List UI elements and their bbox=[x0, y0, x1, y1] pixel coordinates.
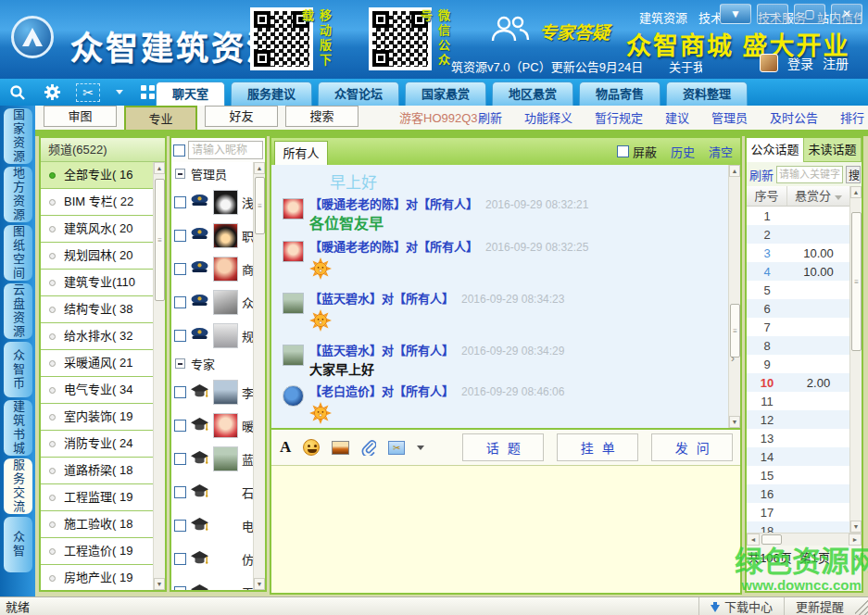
keyword-search-button[interactable]: 搜 bbox=[846, 166, 861, 183]
settings-gear-icon[interactable] bbox=[42, 82, 62, 103]
history-link[interactable]: 历史 bbox=[671, 143, 695, 160]
screen-capture-icon[interactable]: ✂ bbox=[388, 437, 405, 458]
message-author[interactable]: 【蓝天碧水】对【所有人】 bbox=[309, 292, 454, 306]
nav-tab-2[interactable]: 众智论坛 bbox=[318, 82, 399, 106]
channel-item[interactable]: 采暖通风( 21 bbox=[41, 350, 153, 377]
update-notice-link[interactable]: 筑资源v7.0（PC）更新公告9月24日 bbox=[451, 57, 643, 75]
topics-hscrollbar[interactable]: ◄ ► bbox=[747, 533, 862, 546]
user-row[interactable]: 职 bbox=[171, 219, 253, 252]
user-checkbox[interactable] bbox=[174, 420, 186, 432]
user-scrollbar[interactable]: ▲ ≡ ▼ bbox=[253, 162, 265, 590]
emoticon-icon[interactable] bbox=[303, 437, 320, 458]
sub-tab-0[interactable]: 审图 bbox=[44, 106, 117, 127]
column-header-score[interactable]: 悬赏分 bbox=[787, 186, 849, 206]
user-group-header[interactable]: 管理员 bbox=[171, 162, 253, 185]
topic-row[interactable]: 102.00 bbox=[747, 373, 849, 392]
topic-row[interactable]: 9 bbox=[747, 355, 849, 373]
nickname-search-input[interactable] bbox=[188, 141, 263, 159]
user-checkbox[interactable] bbox=[174, 553, 186, 565]
scroll-down-icon[interactable]: ▼ bbox=[254, 578, 265, 590]
apps-grid-icon[interactable] bbox=[137, 82, 157, 103]
close-button[interactable]: ✕ bbox=[831, 4, 862, 24]
topic-row[interactable]: 8 bbox=[747, 336, 849, 355]
sidebar-item-1[interactable]: 地方资源 bbox=[4, 167, 32, 222]
topic-row[interactable]: 11 bbox=[747, 392, 849, 410]
sub-link-1[interactable]: 功能释义 bbox=[524, 108, 572, 126]
capture-dropdown-caret[interactable] bbox=[417, 446, 424, 450]
sub-tab-1[interactable]: 专业 bbox=[124, 106, 197, 130]
topic-row[interactable]: 7 bbox=[747, 318, 849, 336]
channel-scrollbar[interactable]: ▲ ≡ ▼ bbox=[153, 162, 165, 590]
topic-row[interactable]: 17 bbox=[747, 503, 849, 521]
header-link[interactable]: 建筑资源 bbox=[639, 8, 687, 26]
sub-link-4[interactable]: 管理员 bbox=[711, 108, 748, 126]
pager-collapse-icon[interactable]: ↙ bbox=[852, 552, 860, 562]
topic-row[interactable]: 12 bbox=[747, 410, 849, 429]
font-format-icon[interactable]: A bbox=[280, 437, 291, 458]
sub-tab-2[interactable]: 好友 bbox=[205, 106, 278, 127]
topic-row[interactable]: 13 bbox=[747, 429, 849, 447]
expert-qa-banner[interactable]: 专家答疑 bbox=[489, 15, 610, 47]
scroll-up-icon[interactable]: ▲ bbox=[850, 186, 862, 198]
sidebar-item-6[interactable]: 服务交流 bbox=[4, 458, 32, 514]
scroll-up-icon[interactable]: ▲ bbox=[154, 162, 165, 174]
channel-item[interactable]: 规划园林( 20 bbox=[41, 243, 153, 270]
scroll-thumb[interactable]: ≡ bbox=[255, 177, 265, 234]
user-row[interactable]: 浅 bbox=[171, 185, 253, 219]
topic-row[interactable]: 5 bbox=[747, 281, 849, 299]
download-center-button[interactable]: 下载中心 bbox=[698, 597, 784, 615]
screenshot-scissors-icon[interactable]: ✂ bbox=[76, 83, 100, 102]
update-reminder-button[interactable]: 更新提醒 bbox=[784, 597, 855, 615]
topic-row[interactable]: 16 bbox=[747, 484, 849, 503]
keyword-search-input[interactable] bbox=[776, 166, 843, 183]
sub-link-6[interactable]: 排行 bbox=[840, 108, 864, 126]
user-checkbox[interactable] bbox=[174, 486, 186, 498]
message-input[interactable] bbox=[271, 465, 740, 593]
nav-tab-4[interactable]: 地区悬赏 bbox=[492, 82, 573, 106]
scroll-thumb[interactable] bbox=[761, 534, 782, 545]
user-row[interactable]: 暖 bbox=[171, 408, 253, 442]
sub-link-2[interactable]: 暂行规定 bbox=[595, 108, 643, 126]
chat-scrollbar[interactable]: ▲ ≡ ▼ bbox=[728, 165, 740, 428]
about-link[interactable]: 关于我 bbox=[669, 57, 702, 75]
topic-row[interactable]: 6 bbox=[747, 299, 849, 318]
user-checkbox[interactable] bbox=[174, 520, 186, 532]
login-link[interactable]: 登录 bbox=[787, 54, 813, 72]
block-toggle[interactable]: 屏蔽 bbox=[617, 143, 657, 160]
message-author[interactable]: 【蓝天碧水】对【所有人】 bbox=[309, 344, 454, 358]
sidebar-item-7[interactable]: 众智 bbox=[4, 517, 32, 572]
sub-link-0[interactable]: 刷新 bbox=[478, 108, 502, 126]
user-row[interactable]: 李 bbox=[171, 375, 253, 408]
sidebar-item-5[interactable]: 建筑书城 bbox=[4, 400, 32, 456]
nav-tab-6[interactable]: 资料整理 bbox=[666, 82, 748, 106]
sidebar-item-4[interactable]: 众智币 bbox=[4, 342, 32, 397]
attachment-icon[interactable] bbox=[361, 437, 376, 458]
column-header-index[interactable]: 序号 bbox=[747, 186, 787, 206]
user-checkbox[interactable] bbox=[174, 230, 186, 242]
block-checkbox[interactable] bbox=[617, 145, 629, 157]
user-group-header[interactable]: 专家 bbox=[171, 352, 253, 375]
panel-collapse-chevron[interactable]: › bbox=[731, 348, 740, 369]
channel-item[interactable]: BIM 专栏( 22 bbox=[41, 189, 153, 216]
sidebar-item-0[interactable]: 国家资源 bbox=[4, 108, 32, 164]
topics-tab-0[interactable]: 公众话题 bbox=[747, 138, 804, 162]
channel-item[interactable]: 全部专业( 16 bbox=[41, 162, 153, 189]
user-row[interactable]: 商 bbox=[171, 252, 253, 285]
composer-button-0[interactable]: 话题 bbox=[462, 433, 544, 461]
composer-button-1[interactable]: 挂单 bbox=[557, 433, 638, 461]
topics-tab-1[interactable]: 未读话题 bbox=[804, 138, 862, 162]
channel-item[interactable]: 建筑风水( 20 bbox=[41, 216, 153, 243]
channel-item[interactable]: 道路桥梁( 18 bbox=[41, 458, 153, 484]
register-link[interactable]: 注册 bbox=[823, 54, 849, 72]
channel-item[interactable]: 给水排水( 32 bbox=[41, 323, 153, 350]
composer-button-2[interactable]: 发问 bbox=[651, 433, 733, 461]
scroll-right-icon[interactable]: ► bbox=[849, 533, 862, 546]
scroll-left-icon[interactable]: ◄ bbox=[747, 533, 760, 546]
user-row[interactable]: 天 bbox=[171, 575, 253, 590]
clear-link[interactable]: 清空 bbox=[709, 143, 733, 160]
channel-item[interactable]: 工程监理( 19 bbox=[41, 484, 153, 511]
resize-grip[interactable] bbox=[855, 597, 868, 615]
message-author[interactable]: 【暖通老老的陈】对【所有人】 bbox=[309, 197, 478, 211]
user-checkbox[interactable] bbox=[174, 386, 186, 398]
topics-refresh-link[interactable]: 刷新 bbox=[749, 166, 774, 183]
